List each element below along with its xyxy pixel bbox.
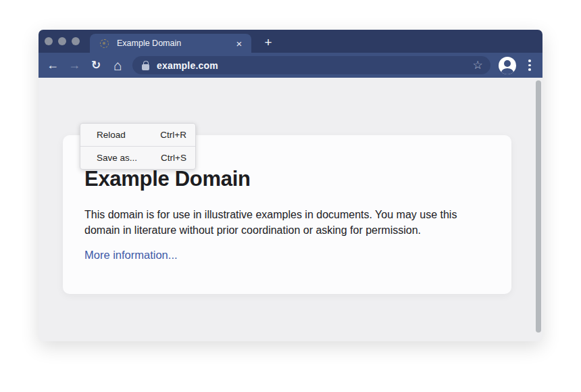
window-minimize-button[interactable] [58, 37, 66, 45]
browser-toolbar: ← → ↻ ⌂ example.com ☆ [39, 53, 542, 78]
tab-close-icon[interactable]: × [234, 38, 245, 49]
window-close-button[interactable] [45, 37, 53, 45]
tab-title: Example Domain [117, 39, 226, 48]
menu-item-save-as[interactable]: Save as... Ctrl+S [80, 147, 195, 169]
address-bar[interactable]: example.com ☆ [132, 56, 490, 74]
page-paragraph: This domain is for use in illustrative e… [84, 207, 483, 238]
menu-item-shortcut: Ctrl+S [161, 153, 186, 163]
menu-item-label: Save as... [97, 153, 137, 163]
globe-favicon-icon [100, 39, 109, 48]
browser-window: Example Domain × + ← → ↻ ⌂ example.com ☆… [39, 30, 542, 341]
menu-item-label: Reload [97, 130, 126, 140]
menu-item-reload[interactable]: Reload Ctrl+R [80, 124, 195, 146]
more-information-link[interactable]: More information... [84, 249, 178, 262]
window-controls [45, 37, 80, 45]
url-text: example.com [157, 60, 218, 71]
forward-icon[interactable]: → [64, 55, 85, 76]
reload-icon[interactable]: ↻ [85, 55, 107, 76]
browser-menu-icon[interactable] [522, 57, 538, 74]
page-title: Example Domain [84, 166, 490, 191]
home-icon[interactable]: ⌂ [107, 55, 128, 76]
lock-icon[interactable] [142, 61, 149, 70]
context-menu: Reload Ctrl+R Save as... Ctrl+S [80, 123, 196, 170]
browser-tab[interactable]: Example Domain × [90, 34, 251, 53]
profile-avatar[interactable] [499, 57, 516, 74]
window-maximize-button[interactable] [72, 37, 80, 45]
vertical-scrollbar[interactable] [536, 80, 541, 333]
menu-item-shortcut: Ctrl+R [160, 130, 186, 140]
tab-strip: Example Domain × + [39, 30, 542, 53]
bookmark-star-icon[interactable]: ☆ [470, 58, 485, 73]
page-viewport: Example Domain This domain is for use in… [39, 78, 542, 341]
back-icon[interactable]: ← [42, 55, 64, 76]
new-tab-button[interactable]: + [260, 34, 276, 50]
